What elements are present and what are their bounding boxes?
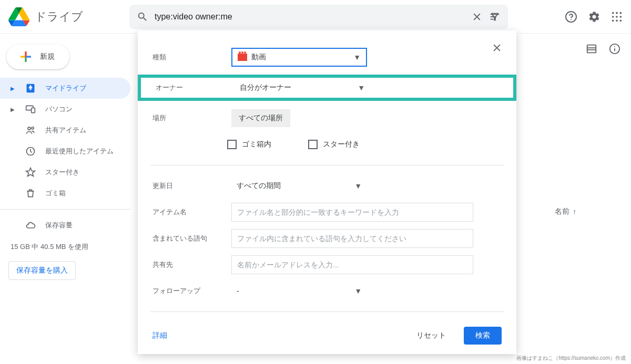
filter-share-label: 共有先 — [152, 260, 231, 269]
dropdown-icon: ▼ — [354, 182, 362, 190]
apps-icon[interactable] — [611, 11, 623, 23]
svg-point-13 — [28, 127, 30, 130]
info-icon[interactable] — [609, 43, 620, 55]
divider — [150, 165, 504, 165]
filter-itemname-label: アイテム名 — [152, 207, 231, 217]
new-button-label: 新規 — [40, 52, 55, 61]
nav-trash[interactable]: ゴミ箱 — [0, 183, 130, 204]
checkbox-icon — [227, 140, 237, 149]
nav-label: 共有アイテム — [45, 126, 86, 135]
filter-date-select[interactable]: すべての期間 ▼ — [231, 176, 367, 195]
nav-label: スター付き — [45, 168, 79, 177]
svg-point-1 — [571, 19, 572, 20]
video-icon — [238, 54, 247, 61]
nav-my-drive[interactable]: ▶ マイドライブ — [0, 78, 130, 99]
dropdown-icon: ▼ — [353, 53, 361, 61]
clear-search-icon[interactable] — [471, 11, 483, 23]
search-icon — [137, 11, 148, 23]
expand-icon: ▶ — [11, 107, 16, 112]
filter-followup-label: フォローアップ — [152, 286, 231, 296]
nav-shared[interactable]: 共有アイテム — [0, 120, 130, 141]
nav-label: ゴミ箱 — [45, 189, 66, 198]
filter-type-select[interactable]: 動画 ▼ — [231, 48, 367, 67]
arrow-up-icon: ↑ — [573, 207, 576, 216]
star-icon — [25, 167, 36, 178]
dropdown-icon: ▼ — [358, 84, 365, 92]
details-link[interactable]: 詳細 — [152, 331, 167, 340]
cloud-icon — [25, 220, 36, 231]
dropdown-icon: ▼ — [354, 287, 362, 295]
filter-location-chip[interactable]: すべての場所 — [231, 109, 290, 127]
filter-owner-label: オーナー — [156, 83, 235, 92]
search-button[interactable]: 検索 — [464, 327, 502, 345]
nav-storage[interactable]: 保存容量 — [0, 215, 130, 236]
filter-date-label: 更新日 — [152, 181, 231, 191]
filter-location-label: 場所 — [152, 113, 231, 123]
nav-computers[interactable]: ▶ パソコン — [0, 99, 130, 120]
clock-icon — [25, 146, 36, 157]
reset-button[interactable]: リセット — [406, 327, 456, 345]
filter-owner-select[interactable]: 自分がオーナー ▼ — [235, 78, 370, 97]
nav-label: 最近使用したアイテム — [45, 147, 114, 156]
settings-icon[interactable] — [588, 11, 601, 23]
buy-storage-button[interactable]: 保存容量を購入 — [8, 261, 76, 280]
filter-starred-checkbox[interactable]: スター付き — [308, 140, 360, 149]
svg-rect-16 — [587, 45, 596, 53]
new-button[interactable]: 新規 — [6, 44, 69, 69]
svg-point-2 — [612, 12, 614, 14]
drive-logo[interactable]: ドライブ — [8, 7, 129, 26]
drive-logo-icon — [8, 7, 29, 26]
filter-type-label: 種類 — [152, 53, 231, 62]
nav-recent[interactable]: 最近使用したアイテム — [0, 141, 130, 162]
sort-by-name[interactable]: 名前 ↑ — [555, 207, 576, 216]
svg-point-7 — [620, 16, 622, 18]
people-icon — [25, 125, 36, 136]
filter-owner-highlight: オーナー 自分がオーナー ▼ — [138, 75, 516, 101]
filter-followup-select[interactable]: - ▼ — [231, 282, 367, 300]
search-bar[interactable] — [129, 5, 508, 29]
list-view-icon[interactable] — [586, 43, 597, 55]
svg-point-4 — [620, 12, 622, 14]
close-icon[interactable] — [491, 42, 503, 54]
divider — [150, 311, 504, 312]
expand-icon: ▶ — [11, 86, 16, 91]
search-filter-panel: 種類 動画 ▼ オーナー 自分がオーナー ▼ 場所 すべての場所 ゴミ箱内 スタ… — [138, 30, 516, 354]
filter-itemname-input[interactable] — [231, 203, 473, 222]
svg-point-9 — [616, 19, 618, 22]
devices-icon — [25, 104, 36, 115]
svg-point-3 — [616, 12, 618, 14]
filter-share-input[interactable] — [231, 255, 473, 274]
help-icon[interactable] — [565, 11, 577, 23]
drive-icon — [25, 83, 36, 93]
svg-point-14 — [32, 127, 34, 129]
nav-starred[interactable]: スター付き — [0, 162, 130, 183]
nav-label: マイドライブ — [45, 84, 86, 93]
nav-label: 保存容量 — [45, 221, 73, 230]
nav-label: パソコン — [45, 105, 73, 114]
filter-words-input[interactable] — [231, 229, 473, 248]
svg-point-6 — [616, 16, 618, 18]
checkbox-icon — [308, 140, 318, 149]
trash-icon — [25, 188, 36, 199]
svg-point-21 — [614, 46, 615, 47]
filter-trash-checkbox[interactable]: ゴミ箱内 — [227, 140, 271, 149]
attribution-text: 画像はすまねこ（https://sumaneko.com）作成 — [516, 355, 626, 362]
svg-point-8 — [612, 19, 614, 22]
svg-point-5 — [612, 16, 614, 18]
storage-text: 15 GB 中 40.5 MB を使用 — [0, 236, 130, 258]
svg-rect-12 — [32, 108, 35, 113]
app-title: ドライブ — [35, 9, 83, 25]
filter-words-label: 含まれている語句 — [152, 234, 231, 243]
svg-point-10 — [620, 19, 622, 22]
search-options-icon[interactable] — [489, 11, 501, 23]
divider — [0, 209, 130, 210]
plus-icon — [18, 49, 34, 65]
search-input[interactable] — [155, 12, 465, 22]
